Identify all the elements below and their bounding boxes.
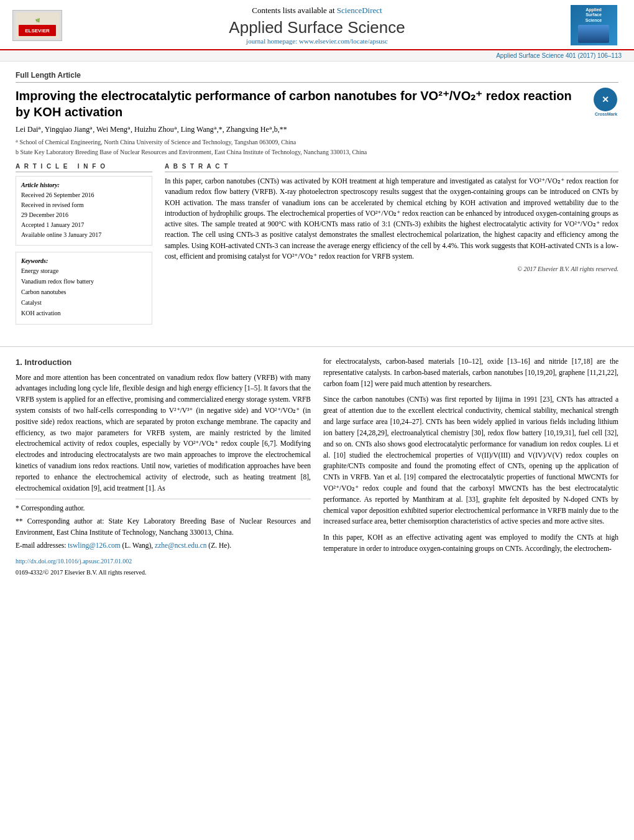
journal-header: 🌿 ELSEVIER Contents lists available at S… — [0, 0, 634, 50]
authors-text: Lei Daiᵃ, Yingqiao Jiangᵃ, Wei Mengᵃ, Hu… — [16, 125, 287, 134]
page: 🌿 ELSEVIER Contents lists available at S… — [0, 0, 634, 840]
crossmark[interactable]: ✕ CrossMark — [594, 88, 618, 113]
body-col-right: for electrocatalysts, carbon-based mater… — [323, 356, 618, 582]
keyword-4: Catalyst — [21, 298, 147, 308]
copyright: © 2017 Elsevier B.V. All rights reserved… — [165, 265, 618, 272]
journal-logo-box: Applied Surface Science — [571, 5, 617, 45]
contents-text: Contents lists available at ScienceDirec… — [68, 6, 566, 16]
homepage-link[interactable]: www.elsevier.com/locate/apsusc — [299, 37, 388, 45]
journal-logo-right: Applied Surface Science — [566, 5, 622, 45]
article-history-box: Article history: Received 26 September 2… — [16, 176, 152, 246]
revised-date: 29 December 2016 — [21, 210, 147, 219]
footnote-emails: E-mail addresses: tswling@126.com (L. Wa… — [16, 540, 311, 552]
citation-text: Applied Surface Science 401 (2017) 106–1… — [496, 52, 622, 59]
footnote-area: * Corresponding author. ** Corresponding… — [16, 499, 311, 551]
article-info-col: A R T I C L E I N F O Article history: R… — [16, 163, 152, 325]
right-para1: for electrocatalysts, carbon-based mater… — [323, 356, 618, 389]
keyword-3: Carbon nanotubes — [21, 287, 147, 297]
article-content: Full Length Article Improving the electr… — [0, 62, 634, 340]
article-title-text: Improving the electrocatalytic performan… — [16, 88, 587, 120]
keywords-box: Keywords: Energy storage Vanadium redox … — [16, 252, 152, 325]
elsevier-logo: 🌿 ELSEVIER — [12, 10, 68, 41]
email1-person: (L. Wang), — [122, 542, 154, 549]
available-date: Available online 3 January 2017 — [21, 230, 147, 239]
authors: Lei Daiᵃ, Yingqiao Jiangᵃ, Wei Mengᵃ, Hu… — [16, 125, 618, 134]
citation-bar: Applied Surface Science 401 (2017) 106–1… — [0, 50, 634, 62]
email2-link[interactable]: zzhe@ncst.edu.cn — [155, 542, 206, 549]
email1-link[interactable]: tswling@126.com — [68, 542, 120, 549]
doi-link[interactable]: http://dx.doi.org/10.1016/j.apsusc.2017.… — [16, 556, 311, 566]
right-para3: In this paper, KOH as an effective activ… — [323, 532, 618, 555]
keyword-1: Energy storage — [21, 266, 147, 276]
keyword-5: KOH activation — [21, 308, 147, 318]
article-type: Full Length Article — [16, 71, 618, 83]
keywords-subtitle: Keywords: — [21, 257, 147, 264]
affiliation-a: ᵃ School of Chemical Engineering, North … — [16, 138, 618, 147]
right-para2: Since the carbon nanotubes (CNTs) was fi… — [323, 394, 618, 527]
affiliations: ᵃ School of Chemical Engineering, North … — [16, 138, 618, 157]
abstract-label: A B S T R A C T — [165, 163, 618, 172]
keyword-2: Vanadium redox flow battery — [21, 277, 147, 287]
abstract-col: A B S T R A C T In this paper, carbon na… — [165, 163, 618, 325]
intro-para1: More and more attention has been concent… — [16, 372, 311, 494]
divider — [0, 346, 634, 347]
affiliation-b: b State Key Laboratory Breeding Base of … — [16, 148, 618, 157]
elsevier-logo-image: 🌿 ELSEVIER — [12, 10, 62, 41]
abstract-text: In this paper, carbon nanotubes (CNTs) w… — [165, 176, 618, 262]
article-title-container: Improving the electrocatalytic performan… — [16, 88, 618, 120]
body-content: 1. Introduction More and more attention … — [0, 353, 634, 591]
issn: 0169-4332/© 2017 Elsevier B.V. All right… — [16, 568, 311, 578]
journal-name: Applied Surface Science — [68, 18, 566, 37]
footnote-corresponding2: ** Corresponding author at: State Key La… — [16, 516, 311, 538]
doi-section: http://dx.doi.org/10.1016/j.apsusc.2017.… — [16, 556, 311, 578]
email-label: E-mail addresses: — [16, 542, 66, 549]
svg-text:ELSEVIER: ELSEVIER — [25, 28, 50, 34]
article-info-label: A R T I C L E I N F O — [16, 163, 152, 172]
contents-label: Contents lists available at — [252, 6, 334, 15]
svg-text:🌿: 🌿 — [35, 18, 40, 23]
logo-title: Applied Surface Science — [586, 7, 602, 23]
intro-heading: 1. Introduction — [16, 356, 311, 369]
body-col-left: 1. Introduction More and more attention … — [16, 356, 311, 582]
received-revised-label: Received in revised form — [21, 200, 147, 210]
crossmark-icon: ✕ — [594, 88, 617, 111]
email2-person: (Z. He). — [208, 542, 231, 549]
received-date: Received 26 September 2016 — [21, 190, 147, 200]
journal-header-center: Contents lists available at ScienceDirec… — [68, 6, 566, 45]
sciencedirect-link[interactable]: ScienceDirect — [337, 6, 382, 15]
article-title: Improving the electrocatalytic performan… — [16, 89, 572, 119]
footnote-corresponding1: * Corresponding author. — [16, 503, 311, 514]
homepage-label: journal homepage: — [246, 37, 297, 45]
info-abstract-section: A R T I C L E I N F O Article history: R… — [16, 163, 618, 325]
accepted-date: Accepted 1 January 2017 — [21, 220, 147, 229]
article-history-subtitle: Article history: — [21, 182, 147, 188]
homepage-url: journal homepage: www.elsevier.com/locat… — [68, 37, 566, 45]
